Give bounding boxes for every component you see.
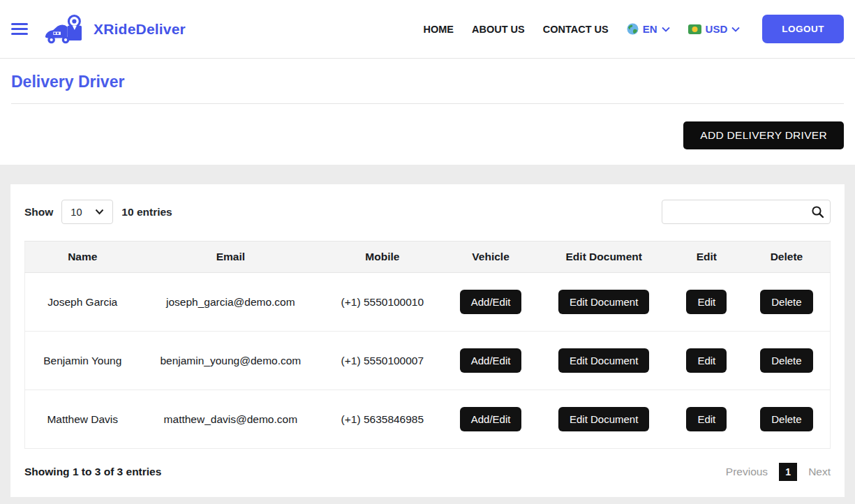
add-delivery-driver-button[interactable]: ADD DELIVERY DRIVER (683, 121, 844, 149)
brand-name: XRideDeliver (94, 21, 186, 38)
edit-document-button[interactable]: Edit Document (558, 407, 649, 431)
edit-button[interactable]: Edit (686, 407, 727, 431)
delete-button[interactable]: Delete (760, 290, 812, 314)
delivery-car-logo-icon (43, 13, 88, 45)
driver-name-cell: Benjamin Young (25, 332, 140, 390)
pagination-previous[interactable]: Previous (726, 466, 768, 478)
vehicle-add-edit-button[interactable]: Add/Edit (460, 407, 522, 431)
edit-document-cell: Edit Document (538, 273, 670, 332)
vehicle-cell: Add/Edit (444, 390, 538, 449)
table-row: Matthew Davis matthew_davis@demo.com (+1… (25, 390, 831, 449)
page-header: Delivery Driver (0, 59, 855, 104)
hamburger-menu-icon[interactable] (11, 20, 29, 38)
edit-document-cell: Edit Document (538, 390, 670, 449)
pagination-next[interactable]: Next (808, 466, 831, 478)
vehicle-cell: Add/Edit (444, 332, 538, 390)
table-controls: Show 10 10 entries (24, 200, 831, 224)
entries-summary: Showing 1 to 3 of 3 entries (24, 466, 161, 478)
language-selector[interactable]: EN (627, 23, 670, 35)
entries-label: 10 entries (121, 206, 172, 218)
logout-button[interactable]: LOGOUT (762, 15, 844, 43)
pagination: Previous 1 Next (726, 463, 831, 481)
search-icon[interactable] (811, 205, 824, 221)
main-nav: HOME ABOUT US CONTACT US EN (424, 15, 844, 43)
delivery-drivers-table: Name Email Mobile Vehicle Edit Document … (24, 241, 831, 449)
pagination-page-1[interactable]: 1 (779, 463, 797, 481)
edit-button[interactable]: Edit (686, 290, 727, 314)
chevron-down-icon (731, 27, 740, 32)
show-label: Show (24, 206, 53, 218)
delete-button[interactable]: Delete (760, 407, 812, 431)
driver-name-cell: Matthew Davis (25, 390, 140, 449)
driver-email-cell: benjamin_young@demo.com (140, 332, 322, 390)
table-row: Joseph Garcia joseph_garcia@demo.com (+1… (25, 273, 831, 332)
chevron-down-icon (662, 27, 670, 32)
driver-mobile-cell: (+1) 5550100010 (321, 273, 443, 332)
delete-cell: Delete (743, 332, 831, 390)
drivers-table-card: Show 10 10 entries (10, 184, 845, 497)
top-navigation-bar: XRideDeliver HOME ABOUT US CONTACT US EN (0, 0, 855, 59)
language-label: EN (643, 23, 657, 35)
edit-document-button[interactable]: Edit Document (558, 290, 649, 314)
nav-contact-us[interactable]: CONTACT US (543, 24, 609, 35)
driver-name-cell: Joseph Garcia (25, 273, 140, 332)
edit-document-button[interactable]: Edit Document (558, 348, 649, 373)
vehicle-cell: Add/Edit (444, 273, 538, 332)
delete-button[interactable]: Delete (760, 348, 812, 373)
vehicle-add-edit-button[interactable]: Add/Edit (460, 290, 522, 314)
column-header-vehicle: Vehicle (444, 242, 538, 273)
actions-row: ADD DELIVERY DRIVER (0, 104, 855, 165)
column-header-email: Email (140, 242, 322, 273)
driver-table-body: Joseph Garcia joseph_garcia@demo.com (+1… (25, 273, 831, 449)
page-size-value: 10 (70, 207, 82, 218)
chevron-down-icon (95, 209, 104, 215)
delete-cell: Delete (743, 390, 831, 449)
nav-home[interactable]: HOME (424, 24, 454, 35)
vehicle-add-edit-button[interactable]: Add/Edit (460, 348, 522, 373)
edit-button[interactable]: Edit (686, 348, 727, 373)
column-header-edit-document: Edit Document (538, 242, 670, 273)
search-input[interactable] (662, 200, 831, 224)
currency-selector[interactable]: USD (688, 23, 741, 35)
driver-mobile-cell: (+1) 5635846985 (321, 390, 443, 449)
edit-cell: Edit (670, 273, 743, 332)
search-box (662, 200, 831, 224)
column-header-mobile: Mobile (321, 242, 443, 273)
table-footer: Showing 1 to 3 of 3 entries Previous 1 N… (24, 463, 831, 481)
edit-document-cell: Edit Document (538, 332, 670, 390)
edit-cell: Edit (670, 390, 743, 449)
delete-cell: Delete (743, 273, 831, 332)
driver-email-cell: matthew_davis@demo.com (140, 390, 322, 449)
brand-logo[interactable]: XRideDeliver (43, 13, 186, 45)
driver-email-cell: joseph_garcia@demo.com (140, 273, 322, 332)
page-size-select[interactable]: 10 (61, 200, 113, 224)
globe-icon (627, 23, 639, 35)
content-area: Show 10 10 entries (0, 165, 855, 504)
edit-cell: Edit (670, 332, 743, 390)
driver-mobile-cell: (+1) 5550100007 (321, 332, 443, 390)
column-header-edit: Edit (670, 242, 743, 273)
table-row: Benjamin Young benjamin_young@demo.com (… (25, 332, 831, 390)
currency-flag-icon (688, 24, 701, 34)
table-header-row: Name Email Mobile Vehicle Edit Document … (25, 242, 831, 273)
column-header-delete: Delete (743, 242, 831, 273)
currency-label: USD (706, 23, 728, 35)
column-header-name: Name (25, 242, 140, 273)
page-title: Delivery Driver (11, 73, 844, 91)
nav-about-us[interactable]: ABOUT US (472, 24, 525, 35)
